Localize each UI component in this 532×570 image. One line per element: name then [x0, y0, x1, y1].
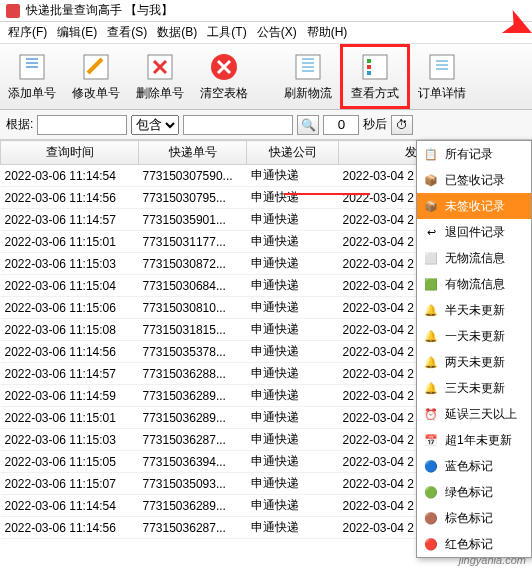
menu-edit[interactable]: 编辑(E) [53, 22, 101, 43]
col-time[interactable]: 查询时间 [1, 141, 139, 165]
dropdown-item[interactable]: 📦已签收记录 [417, 167, 531, 193]
menu-icon: 🔔 [423, 354, 439, 370]
menu-icon: ↩ [423, 224, 439, 240]
menu-program[interactable]: 程序(F) [4, 22, 51, 43]
col-company[interactable]: 快递公司 [247, 141, 339, 165]
dropdown-item[interactable]: 🔴红色标记 [417, 531, 531, 557]
menu-icon: 🔔 [423, 302, 439, 318]
svg-rect-5 [363, 55, 387, 79]
dropdown-item[interactable]: ⬜无物流信息 [417, 245, 531, 271]
root-label: 根据: [6, 116, 33, 133]
menu-icon: 📋 [423, 146, 439, 162]
delete-icon [144, 51, 176, 83]
dropdown-item[interactable]: 🟢绿色标记 [417, 479, 531, 505]
dropdown-item[interactable]: 🔵蓝色标记 [417, 453, 531, 479]
refresh-button[interactable]: 刷新物流 [276, 44, 340, 109]
dropdown-item[interactable]: 🔔半天未更新 [417, 297, 531, 323]
add-icon [16, 51, 48, 83]
menu-icon: ⬜ [423, 250, 439, 266]
svg-rect-8 [367, 71, 371, 75]
menu-search[interactable]: 查看(S) [103, 22, 151, 43]
match-select[interactable]: 包含 [131, 115, 179, 135]
menu-help[interactable]: 帮助(H) [303, 22, 352, 43]
dropdown-item[interactable]: 🔔三天未更新 [417, 375, 531, 401]
menu-icon: 📦 [423, 198, 439, 214]
viewmode-dropdown: 📋所有记录📦已签收记录📦未签收记录↩退回件记录⬜无物流信息🟩有物流信息🔔半天未更… [416, 140, 532, 558]
toolbar: 添加单号 修改单号 删除单号 清空表格 刷新物流 查看方式 订单详情 [0, 44, 532, 110]
table-area: 查询时间 快递单号 快递公司 发出物流时 2022-03-06 11:14:54… [0, 140, 532, 539]
dropdown-item[interactable]: 📅超1年未更新 [417, 427, 531, 453]
field-select[interactable] [37, 115, 127, 135]
menu-bar: 程序(F) 编辑(E) 查看(S) 数据(B) 工具(T) 公告(X) 帮助(H… [0, 22, 532, 44]
sec-label: 秒后 [363, 116, 387, 133]
dropdown-item[interactable]: ↩退回件记录 [417, 219, 531, 245]
menu-icon: 🔴 [423, 536, 439, 552]
menu-icon: 🟢 [423, 484, 439, 500]
col-number[interactable]: 快递单号 [139, 141, 247, 165]
dropdown-item[interactable]: 🔔两天未更新 [417, 349, 531, 375]
timer-button[interactable]: ⏱ [391, 115, 413, 135]
dropdown-item[interactable]: ⏰延误三天以上 [417, 401, 531, 427]
menu-icon: 📦 [423, 172, 439, 188]
svg-rect-9 [430, 55, 454, 79]
menu-icon: 🔔 [423, 380, 439, 396]
detail-icon [426, 51, 458, 83]
add-button[interactable]: 添加单号 [0, 44, 64, 109]
menu-icon: 🟤 [423, 510, 439, 526]
menu-icon: ⏰ [423, 406, 439, 422]
menu-data[interactable]: 数据(B) [153, 22, 201, 43]
delete-button[interactable]: 删除单号 [128, 44, 192, 109]
title-bar: 快递批量查询高手 【与我】 [0, 0, 532, 22]
dropdown-item[interactable]: 🟩有物流信息 [417, 271, 531, 297]
dropdown-item[interactable]: 🟤棕色标记 [417, 505, 531, 531]
menu-icon: 🔵 [423, 458, 439, 474]
menu-tools[interactable]: 工具(T) [203, 22, 250, 43]
svg-rect-7 [367, 65, 371, 69]
search-go-button[interactable]: 🔍 [297, 115, 319, 135]
viewmode-button[interactable]: 查看方式 [340, 44, 410, 109]
menu-icon: 📅 [423, 432, 439, 448]
detail-button[interactable]: 订单详情 [410, 44, 474, 109]
menu-icon: 🔔 [423, 328, 439, 344]
modify-icon [80, 51, 112, 83]
clear-icon [208, 51, 240, 83]
viewmode-icon [359, 51, 391, 83]
svg-rect-6 [367, 59, 371, 63]
dropdown-item[interactable]: 🔔一天未更新 [417, 323, 531, 349]
modify-button[interactable]: 修改单号 [64, 44, 128, 109]
dropdown-item[interactable]: 📦未签收记录 [417, 193, 531, 219]
clear-button[interactable]: 清空表格 [192, 44, 256, 109]
menu-icon: 🟩 [423, 276, 439, 292]
window-title: 快递批量查询高手 【与我】 [26, 2, 173, 19]
dropdown-item[interactable]: 📋所有记录 [417, 141, 531, 167]
search-input[interactable] [183, 115, 293, 135]
menu-notice[interactable]: 公告(X) [253, 22, 301, 43]
seconds-input[interactable] [323, 115, 359, 135]
search-bar: 根据: 包含 🔍 秒后 ⏱ [0, 110, 532, 140]
app-icon [6, 4, 20, 18]
refresh-icon [292, 51, 324, 83]
